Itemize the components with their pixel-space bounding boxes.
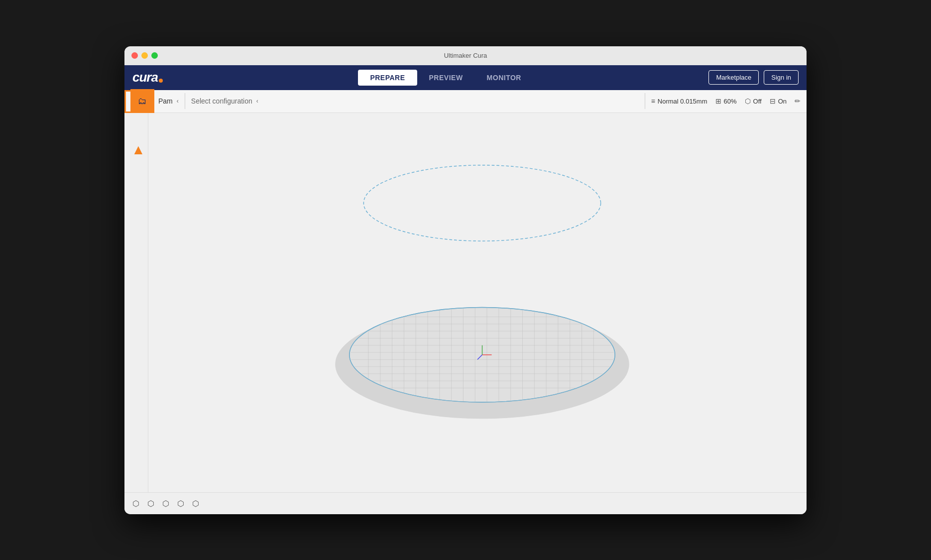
file-button[interactable]: 🗂 (130, 89, 154, 113)
minimize-button[interactable] (141, 52, 148, 59)
tool-permodel[interactable]: ⬡ (192, 499, 199, 508)
close-button[interactable] (131, 52, 138, 59)
arrow-indicator: ▲ (131, 143, 145, 157)
infill-label: 60% (724, 98, 737, 105)
printer-chevron-icon[interactable]: ‹ (177, 98, 179, 105)
logo-text: cura (132, 70, 158, 85)
bottom-toolbar: ⬡ ⬡ ⬡ ⬡ ⬡ (124, 492, 807, 514)
tool-move[interactable]: ⬡ (132, 499, 139, 508)
tool-rotate[interactable]: ⬡ (162, 499, 169, 508)
edit-setting[interactable]: ✏ (795, 97, 801, 105)
config-section: Select configuration ‹ (191, 93, 645, 109)
adhesion-label: On (778, 98, 787, 105)
quality-setting[interactable]: ≡ Normal 0.015mm (651, 97, 707, 105)
logo: cura (132, 70, 163, 85)
printer-section: Pam ‹ (158, 93, 185, 109)
menu-bar: cura PREPARE PREVIEW MONITOR Marketplace… (124, 65, 807, 90)
tab-prepare[interactable]: PREPARE (358, 70, 417, 86)
nav-tabs: PREPARE PREVIEW MONITOR (183, 70, 709, 86)
infill-setting[interactable]: ⊞ 60% (715, 97, 737, 105)
folder-icon: 🗂 (138, 96, 147, 107)
main-window: Ultimaker Cura cura PREPARE PREVIEW MONI… (124, 46, 807, 514)
config-chevron-icon[interactable]: ‹ (256, 98, 258, 105)
viewport[interactable] (148, 113, 807, 492)
marketplace-button[interactable]: Marketplace (708, 70, 759, 85)
quality-icon: ≡ (651, 97, 655, 105)
title-bar: Ultimaker Cura (124, 46, 807, 65)
maximize-button[interactable] (151, 52, 158, 59)
settings-section: ≡ Normal 0.015mm ⊞ 60% ⬡ Off ⊟ On ✏ (651, 97, 801, 105)
tab-monitor[interactable]: MONITOR (475, 70, 533, 86)
signin-button[interactable]: Sign in (764, 70, 799, 85)
svg-rect-0 (169, 113, 786, 492)
support-setting[interactable]: ⬡ Off (745, 97, 762, 105)
3d-viewport[interactable] (148, 113, 807, 492)
adhesion-setting[interactable]: ⊟ On (770, 97, 787, 105)
menu-actions: Marketplace Sign in (708, 70, 799, 85)
infill-icon: ⊞ (715, 97, 721, 105)
window-title: Ultimaker Cura (444, 52, 487, 59)
adhesion-icon: ⊟ (770, 97, 776, 105)
printer-name[interactable]: Pam (158, 97, 173, 105)
tool-mirror[interactable]: ⬡ (177, 499, 184, 508)
config-text[interactable]: Select configuration (191, 97, 252, 105)
tool-scale[interactable]: ⬡ (147, 499, 154, 508)
sidebar-left (124, 113, 148, 492)
window-controls (131, 52, 158, 59)
edit-icon: ✏ (795, 97, 801, 105)
logo-dot (159, 79, 163, 83)
tab-preview[interactable]: PREVIEW (417, 70, 475, 86)
toolbar: 🗂 Pam ‹ Select configuration ‹ ≡ Normal … (124, 90, 807, 113)
support-label: Off (753, 98, 762, 105)
quality-label: Normal 0.015mm (658, 98, 707, 105)
support-icon: ⬡ (745, 97, 751, 105)
